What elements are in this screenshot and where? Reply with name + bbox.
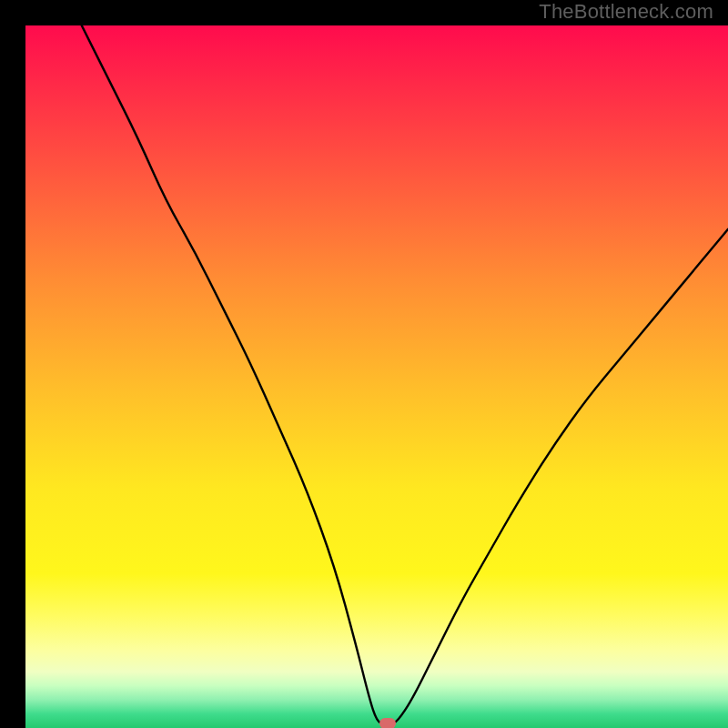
plot-area: [25, 25, 728, 728]
optimum-marker: [379, 718, 396, 728]
bottleneck-curve: [25, 25, 728, 728]
watermark-text: TheBottleneck.com: [539, 0, 713, 24]
chart-frame: [13, 13, 715, 715]
